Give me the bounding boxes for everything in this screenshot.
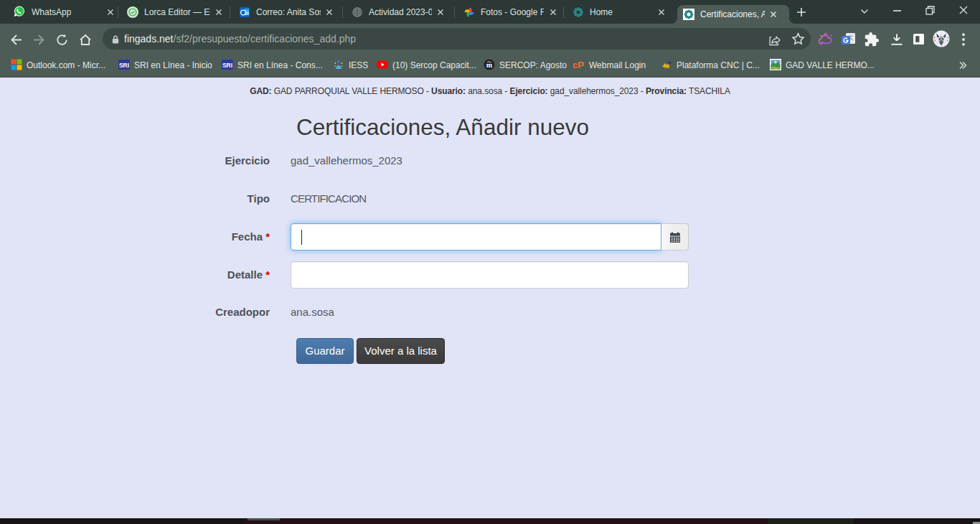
svg-text:SRI: SRI bbox=[119, 62, 129, 69]
svg-text:SRI: SRI bbox=[222, 62, 232, 69]
svg-text:cP: cP bbox=[573, 60, 584, 70]
